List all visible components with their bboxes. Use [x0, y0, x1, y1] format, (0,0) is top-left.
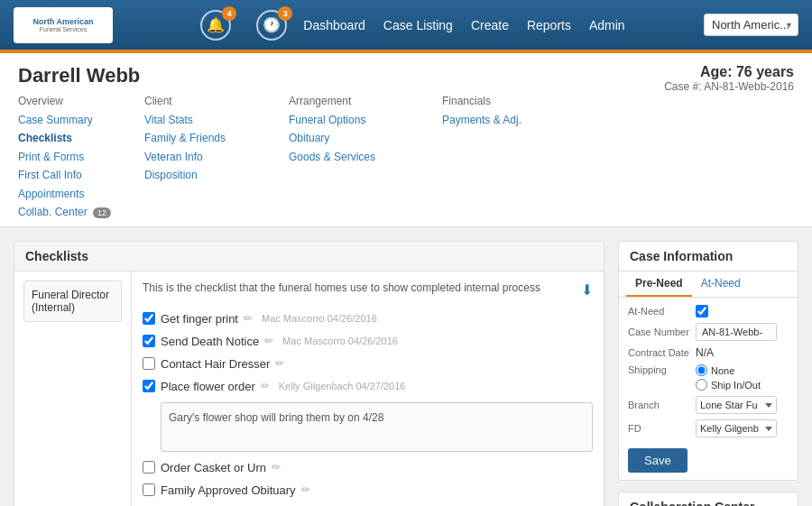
clock-notification-button[interactable]: 🕐 3	[256, 10, 287, 41]
right-panel: Case Information Pre-Need At-Need At-Nee…	[618, 241, 798, 506]
case-header: Darrell Webb Age: 76 years Case #: AN-81…	[0, 53, 812, 227]
at-need-row: At-Need	[628, 305, 789, 317]
nav-disposition[interactable]: Disposition	[144, 166, 289, 184]
at-need-checkbox[interactable]	[696, 305, 708, 317]
checklist-item: Family Approved Obituary ✏	[143, 483, 593, 497]
checklist-item: Order Casket or Urn ✏	[143, 461, 593, 474]
checklist-layout: Funeral Director(Internal) This is the c…	[14, 271, 604, 506]
nav-client-label: Client	[144, 95, 289, 107]
checklist-meta-2: Mac Mascorro 04/26/2016	[282, 336, 398, 346]
checklist-checkbox-6[interactable]	[143, 483, 155, 496]
download-icon[interactable]: ⬇	[581, 281, 593, 300]
case-right-info: Age: 76 years Case #: AN-81-Webb-2016	[664, 64, 794, 93]
checklists-panel: Checklists Funeral Director(Internal) Th…	[14, 241, 604, 506]
logo[interactable]: North American Funeral Services	[14, 7, 113, 43]
nav-family-friends[interactable]: Family & Friends	[144, 129, 289, 147]
nav-funeral-options[interactable]: Funeral Options	[289, 111, 442, 129]
edit-icon-1[interactable]: ✏	[244, 312, 253, 325]
contract-date-value: N/A	[696, 346, 789, 359]
case-number-input[interactable]	[696, 323, 777, 341]
contract-date-row: Contract Date N/A	[628, 346, 789, 359]
nav-appointments[interactable]: Appointments	[18, 185, 144, 203]
shipping-inout-option[interactable]: Ship In/Out	[696, 379, 761, 391]
nav-veteran-info[interactable]: Veteran Info	[144, 148, 289, 166]
fd-row: FD Kelly Gilgenb	[628, 419, 789, 437]
checklist-item-label-6: Family Approved Obituary	[161, 483, 296, 497]
contract-date-label: Contract Date	[628, 347, 696, 358]
nav-collab-center[interactable]: Collab. Center 12	[18, 203, 144, 221]
checklist-item-label-2: Send Death Notice	[161, 335, 259, 348]
nav-checklists[interactable]: Checklists	[18, 129, 144, 147]
tab-pre-need[interactable]: Pre-Need	[626, 271, 692, 297]
age-text: Age: 76 years	[700, 64, 794, 80]
nav-overview-label: Overview	[18, 95, 144, 107]
org-select[interactable]: North Americ...	[704, 14, 798, 36]
nav-admin[interactable]: Admin	[589, 18, 625, 32]
nav-create[interactable]: Create	[471, 18, 509, 32]
shipping-radio-group: None Ship In/Out	[696, 364, 761, 391]
checklist-checkbox-4[interactable]	[143, 380, 155, 392]
checklist-meta-4: Kelly Gilgenbach 04/27/2016	[279, 381, 406, 391]
case-nav-grid: Overview Case Summary Checklists Print &…	[18, 95, 794, 226]
save-button[interactable]: Save	[628, 448, 687, 473]
checklist-checkbox-3[interactable]	[143, 357, 155, 370]
patient-name: Darrell Webb	[18, 64, 140, 87]
nav-arrangement-col: Arrangement Funeral Options Obituary Goo…	[289, 95, 442, 221]
body-layout: Checklists Funeral Director(Internal) Th…	[0, 227, 812, 506]
note-box: Gary's flower shop will bring them by on…	[161, 402, 593, 452]
nav-vital-stats[interactable]: Vital Stats	[144, 111, 289, 129]
edit-icon-5[interactable]: ✏	[272, 461, 281, 474]
nav-first-call-info[interactable]: First Call Info	[18, 166, 144, 184]
nav-overview-col: Overview Case Summary Checklists Print &…	[18, 95, 144, 221]
nav-client-col: Client Vital Stats Family & Friends Vete…	[144, 95, 289, 221]
case-info-body: At-Need Case Number Contract Date N/A Sh…	[619, 298, 798, 480]
shipping-none-radio[interactable]	[696, 364, 707, 376]
checklist-item: Place flower order ✏ Kelly Gilgenbach 04…	[143, 380, 593, 393]
checklist-item: Send Death Notice ✏ Mac Mascorro 04/26/2…	[143, 335, 593, 348]
checklist-sidebar-item[interactable]: Funeral Director(Internal)	[23, 281, 122, 322]
shipping-inout-radio[interactable]	[696, 379, 707, 391]
edit-icon-4[interactable]: ✏	[261, 380, 270, 392]
fd-select[interactable]: Kelly Gilgenb	[696, 419, 777, 437]
checklist-item-label-1: Get finger print	[161, 312, 238, 326]
shipping-none-option[interactable]: None	[696, 364, 761, 376]
bell-badge: 4	[222, 6, 236, 21]
nav-case-listing[interactable]: Case Listing	[383, 18, 453, 32]
checklist-item: Get finger print ✏ Mac Mascorro 04/26/20…	[143, 312, 593, 326]
nav-goods-services[interactable]: Goods & Services	[289, 148, 442, 166]
collab-badge: 12	[93, 207, 111, 218]
nav-print-forms[interactable]: Print & Forms	[18, 148, 144, 166]
nav-payments[interactable]: Payments & Adj.	[442, 111, 604, 129]
nav-dashboard[interactable]: Dashboard	[303, 18, 365, 32]
checklist-content: This is the checklist that the funeral h…	[132, 271, 604, 506]
bell-notification-button[interactable]: 🔔 4	[200, 10, 231, 41]
case-info-panel: Case Information Pre-Need At-Need At-Nee…	[618, 241, 798, 481]
logo-text-main: North American	[32, 17, 93, 27]
clock-badge: 3	[278, 6, 292, 21]
checklist-checkbox-5[interactable]	[143, 461, 155, 474]
checklist-item: Contact Hair Dresser ✏	[143, 357, 593, 371]
header-nav: 🔔 4 🕐 3 Dashboard Case Listing Create Re…	[113, 10, 704, 41]
edit-icon-2[interactable]: ✏	[264, 335, 273, 347]
checklists-panel-header: Checklists	[14, 242, 604, 271]
checklist-item-label-3: Contact Hair Dresser	[161, 357, 270, 371]
case-info-header: Case Information	[619, 242, 798, 271]
nav-case-summary[interactable]: Case Summary	[18, 111, 144, 129]
at-need-label: At-Need	[628, 306, 696, 317]
header: North American Funeral Services 🔔 4 🕐 3 …	[0, 0, 812, 50]
edit-icon-6[interactable]: ✏	[301, 483, 310, 496]
nav-financials-col: Financials Payments & Adj.	[442, 95, 604, 221]
edit-icon-3[interactable]: ✏	[275, 357, 284, 370]
nav-arrangement-label: Arrangement	[289, 95, 442, 107]
branch-select[interactable]: Lone Star Fu	[696, 396, 777, 414]
nav-reports[interactable]: Reports	[527, 18, 571, 32]
tab-at-need[interactable]: At-Need	[692, 271, 750, 297]
checklist-sidebar: Funeral Director(Internal)	[14, 271, 132, 506]
org-select-wrapper: North Americ...	[704, 14, 798, 36]
checklist-checkbox-2[interactable]	[143, 335, 155, 347]
nav-obituary[interactable]: Obituary	[289, 129, 442, 147]
nav-financials-label: Financials	[442, 95, 604, 107]
checklist-item-label-4: Place flower order	[161, 380, 255, 393]
checklist-checkbox-1[interactable]	[143, 312, 155, 325]
branch-row: Branch Lone Star Fu	[628, 396, 789, 414]
